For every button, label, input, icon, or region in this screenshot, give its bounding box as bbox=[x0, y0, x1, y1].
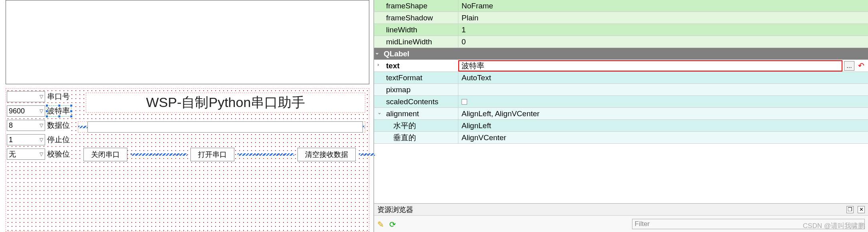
combo-value: 8 bbox=[9, 121, 13, 130]
prop-val[interactable]: AlignVCenter bbox=[458, 132, 868, 143]
chevron-down-icon: ▽ bbox=[40, 94, 43, 99]
combo-value: 9600 bbox=[9, 107, 25, 115]
resize-handle[interactable] bbox=[46, 110, 48, 113]
prop-key: alignment bbox=[386, 109, 419, 118]
prop-row-textFormat[interactable]: textFormat AutoText bbox=[374, 72, 868, 84]
title-text: WSP-自制Python串口助手 bbox=[146, 93, 305, 112]
prop-row-scaledContents[interactable]: scaledContents bbox=[374, 96, 868, 108]
chevron-down-icon: ⌄ bbox=[375, 50, 379, 56]
prop-val[interactable] bbox=[458, 84, 868, 95]
prop-section-qlabel[interactable]: ⌄QLabel bbox=[374, 48, 868, 60]
prop-row-frameShape[interactable]: frameShape NoFrame bbox=[374, 0, 868, 12]
prop-key: 水平的 bbox=[374, 121, 458, 131]
chevron-down-icon: ▽ bbox=[40, 151, 43, 157]
designer-canvas[interactable]: ▽ 串口号 9600 ▽ 波特率 bbox=[0, 0, 374, 232]
chevron-down-icon: ▽ bbox=[40, 137, 43, 143]
prop-val[interactable]: 1 bbox=[458, 24, 868, 36]
label-text: 校验位 bbox=[47, 149, 70, 159]
resize-handle[interactable] bbox=[58, 104, 61, 107]
prop-row-align-h[interactable]: 水平的 AlignLeft bbox=[374, 120, 868, 132]
combo-value: 无 bbox=[9, 149, 16, 159]
watermark: CSDN @请叫我啸鹏 bbox=[803, 221, 865, 230]
prop-row-midLineWidth[interactable]: midLineWidth 0 bbox=[374, 36, 868, 48]
text-value: 波特率 bbox=[462, 61, 484, 71]
button-label: 打开串口 bbox=[198, 150, 227, 159]
resource-browser-panel: 资源浏览器 ❐ ✕ ✎ ⟳ Filter bbox=[374, 203, 868, 232]
label-text: 串口号 bbox=[47, 91, 70, 102]
prop-key: scaledContents bbox=[374, 97, 458, 106]
prop-key: midLineWidth bbox=[374, 38, 458, 46]
prop-key: frameShape bbox=[374, 2, 458, 10]
prop-key: textFormat bbox=[374, 73, 458, 82]
prop-row-text[interactable]: ›text 波特率 ... ↶ bbox=[374, 60, 868, 72]
label-text: 停止位 bbox=[47, 135, 70, 145]
prop-key: 垂直的 bbox=[374, 133, 458, 143]
prop-key: frameShadow bbox=[374, 14, 458, 22]
prop-row-pixmap[interactable]: pixmap bbox=[374, 84, 868, 96]
text-property-input[interactable]: 波特率 bbox=[458, 60, 842, 71]
prop-row-alignment[interactable]: ⌄alignment AlignLeft, AlignVCenter bbox=[374, 108, 868, 120]
resize-handle[interactable] bbox=[70, 104, 73, 107]
prop-row-align-v[interactable]: 垂直的 AlignVCenter bbox=[374, 132, 868, 144]
pencil-icon[interactable]: ✎ bbox=[377, 220, 386, 228]
label-parity[interactable]: 校验位 bbox=[47, 149, 71, 160]
prop-val[interactable]: AlignLeft bbox=[458, 120, 868, 131]
prop-val[interactable]: AlignLeft, AlignVCenter bbox=[458, 108, 868, 119]
chevron-down-icon: ▽ bbox=[40, 108, 43, 114]
close-port-button[interactable]: 关闭串口 bbox=[83, 148, 127, 161]
resource-browser-title-bar[interactable]: 资源浏览器 ❐ ✕ bbox=[374, 204, 868, 216]
send-input[interactable] bbox=[87, 121, 363, 133]
combo-databits[interactable]: 8 ▽ bbox=[7, 120, 45, 131]
prop-row-frameShadow[interactable]: frameShadow Plain bbox=[374, 12, 868, 24]
chevron-down-icon: ▽ bbox=[40, 123, 43, 128]
combo-stopbits[interactable]: 1 ▽ bbox=[7, 134, 45, 145]
prop-key: lineWidth bbox=[374, 26, 458, 34]
label-port[interactable]: 串口号 bbox=[47, 91, 71, 102]
prop-val[interactable]: AutoText bbox=[458, 72, 868, 83]
resize-handle[interactable] bbox=[46, 104, 48, 107]
checkbox[interactable] bbox=[462, 99, 467, 105]
panel-title: 资源浏览器 bbox=[377, 205, 413, 214]
restore-icon[interactable]: ❐ bbox=[846, 206, 854, 213]
prop-key: pixmap bbox=[374, 85, 458, 94]
button-row: 关闭串口 打开串口 清空接收数据 bbox=[83, 148, 375, 161]
label-baud[interactable]: 波特率 bbox=[47, 105, 71, 117]
chevron-down-icon[interactable]: ⌄ bbox=[377, 109, 382, 115]
combo-parity[interactable]: 无 ▽ bbox=[7, 149, 45, 160]
combo-value: 1 bbox=[9, 136, 13, 144]
close-icon[interactable]: ✕ bbox=[858, 206, 865, 213]
prop-val[interactable]: NoFrame bbox=[458, 0, 868, 12]
button-label: 关闭串口 bbox=[91, 150, 120, 159]
form-widget[interactable]: ▽ 串口号 9600 ▽ 波特率 bbox=[6, 88, 369, 232]
open-port-button[interactable]: 打开串口 bbox=[190, 148, 234, 161]
stripe-icon bbox=[359, 153, 375, 156]
prop-key: text bbox=[386, 61, 400, 70]
clear-recv-button[interactable]: 清空接收数据 bbox=[297, 148, 356, 161]
property-table[interactable]: frameShape NoFrame frameShadow Plain lin… bbox=[374, 0, 868, 203]
property-editor: frameShape NoFrame frameShadow Plain lin… bbox=[374, 0, 868, 232]
prop-row-lineWidth[interactable]: lineWidth 1 bbox=[374, 24, 868, 36]
serial-settings-grid: ▽ 串口号 9600 ▽ 波特率 bbox=[7, 91, 71, 160]
combo-baud[interactable]: 9600 ▽ bbox=[7, 105, 45, 117]
stripe-icon bbox=[238, 153, 294, 156]
resize-handle[interactable] bbox=[70, 110, 73, 113]
button-label: 清空接收数据 bbox=[305, 150, 348, 159]
reload-icon[interactable]: ⟳ bbox=[389, 220, 398, 228]
section-title: QLabel bbox=[384, 50, 409, 58]
resize-handle[interactable] bbox=[70, 115, 73, 118]
title-label[interactable]: WSP-自制Python串口助手 bbox=[86, 93, 365, 113]
label-text: 数据位 bbox=[47, 120, 70, 131]
label-stopbits[interactable]: 停止位 bbox=[47, 134, 71, 145]
resize-handle[interactable] bbox=[58, 115, 61, 118]
chevron-right-icon[interactable]: › bbox=[377, 61, 379, 67]
stripe-icon bbox=[131, 153, 187, 156]
text-edit-widget[interactable] bbox=[6, 0, 369, 84]
prop-val[interactable]: Plain bbox=[458, 12, 868, 24]
label-databits[interactable]: 数据位 bbox=[47, 120, 71, 131]
prop-val[interactable]: 0 bbox=[458, 36, 868, 48]
combo-port[interactable]: ▽ bbox=[7, 91, 45, 102]
revert-icon[interactable]: ↶ bbox=[857, 61, 866, 70]
resize-handle[interactable] bbox=[46, 115, 48, 118]
ellipsis-button[interactable]: ... bbox=[844, 61, 854, 71]
resource-toolbar: ✎ ⟳ Filter bbox=[374, 216, 868, 232]
